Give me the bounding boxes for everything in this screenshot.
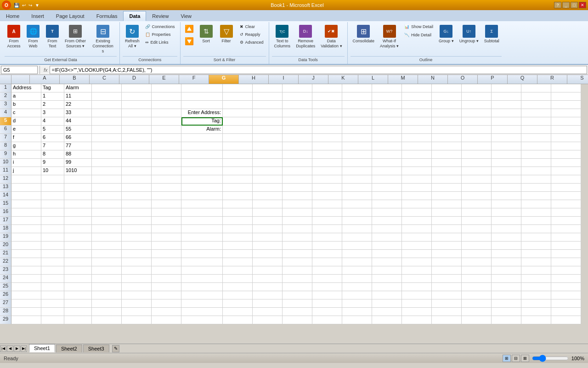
cell-S5[interactable] xyxy=(551,117,581,126)
cell-B5[interactable]: 4 xyxy=(41,117,64,126)
cell-D4[interactable] xyxy=(92,109,122,117)
cell-S20[interactable] xyxy=(551,242,581,250)
cell-O21[interactable] xyxy=(432,250,462,258)
cell-D27[interactable] xyxy=(92,299,122,308)
cell-M19[interactable] xyxy=(372,233,402,242)
row-header-14[interactable]: 14 xyxy=(0,192,11,200)
cell-A27[interactable] xyxy=(11,299,41,308)
row-header-2[interactable]: 2 xyxy=(0,92,11,101)
cell-E24[interactable] xyxy=(122,275,152,283)
cell-N2[interactable] xyxy=(402,92,432,101)
cell-L27[interactable] xyxy=(342,299,372,308)
cell-R26[interactable] xyxy=(521,291,551,299)
cell-K21[interactable] xyxy=(312,250,342,258)
cell-R22[interactable] xyxy=(521,258,551,266)
cell-F6[interactable] xyxy=(152,126,181,134)
cell-M24[interactable] xyxy=(372,275,402,283)
col-header-M[interactable]: M xyxy=(388,75,418,84)
cell-B24[interactable] xyxy=(41,275,64,283)
next-sheet-button[interactable]: ▶ xyxy=(14,345,20,352)
cell-L14[interactable] xyxy=(342,192,372,200)
cell-C26[interactable] xyxy=(64,291,92,299)
cell-E4[interactable] xyxy=(122,109,152,117)
row-header-21[interactable]: 21 xyxy=(0,250,11,258)
cell-R3[interactable] xyxy=(521,101,551,109)
cell-A1[interactable]: Address xyxy=(11,84,41,92)
cell-L2[interactable] xyxy=(342,92,372,101)
cell-M5[interactable] xyxy=(372,117,402,126)
cell-A23[interactable] xyxy=(11,266,41,275)
cell-K4[interactable] xyxy=(312,109,342,117)
cell-H12[interactable] xyxy=(223,175,253,184)
cell-P9[interactable] xyxy=(462,150,492,159)
cell-A5[interactable]: d xyxy=(11,117,41,126)
cell-M26[interactable] xyxy=(372,291,402,299)
cell-J2[interactable] xyxy=(283,92,312,101)
cell-S14[interactable] xyxy=(551,192,581,200)
tab-insert[interactable]: Insert xyxy=(25,11,50,21)
cell-L10[interactable] xyxy=(342,159,372,167)
minimize-button[interactable]: _ xyxy=(562,2,570,8)
cell-L22[interactable] xyxy=(342,258,372,266)
cell-B9[interactable]: 8 xyxy=(41,150,64,159)
cell-D11[interactable] xyxy=(92,167,122,175)
cell-D25[interactable] xyxy=(92,283,122,291)
cell-P8[interactable] xyxy=(462,142,492,150)
cell-O23[interactable] xyxy=(432,266,462,275)
cell-H17[interactable] xyxy=(223,217,253,225)
cell-J15[interactable] xyxy=(283,200,312,208)
cell-A3[interactable]: b xyxy=(11,101,41,109)
cell-E14[interactable] xyxy=(122,192,152,200)
cell-H3[interactable] xyxy=(223,101,253,109)
cell-E13[interactable] xyxy=(122,184,152,192)
cell-M6[interactable] xyxy=(372,126,402,134)
cell-A4[interactable]: c xyxy=(11,109,41,117)
cell-F4[interactable] xyxy=(152,109,181,117)
cell-K8[interactable] xyxy=(312,142,342,150)
text-to-columns-button[interactable]: T|C Text toColumns xyxy=(272,23,293,51)
cell-R2[interactable] xyxy=(521,92,551,101)
cell-A10[interactable]: i xyxy=(11,159,41,167)
cell-L26[interactable] xyxy=(342,291,372,299)
cell-Q3[interactable] xyxy=(492,101,521,109)
cell-B7[interactable]: 6 xyxy=(41,134,64,142)
cell-O11[interactable] xyxy=(432,167,462,175)
ungroup-button[interactable]: U↑ Ungroup ▾ xyxy=(457,23,481,46)
cell-P26[interactable] xyxy=(462,291,492,299)
cell-A20[interactable] xyxy=(11,242,41,250)
cell-S6[interactable] xyxy=(551,126,581,134)
cell-S18[interactable] xyxy=(551,225,581,233)
cell-L4[interactable] xyxy=(342,109,372,117)
cell-E2[interactable] xyxy=(122,92,152,101)
cell-Q25[interactable] xyxy=(492,283,521,291)
cell-K24[interactable] xyxy=(312,275,342,283)
cell-H2[interactable] xyxy=(223,92,253,101)
cell-M7[interactable] xyxy=(372,134,402,142)
cell-R5[interactable] xyxy=(521,117,551,126)
cell-E29[interactable] xyxy=(122,316,152,324)
cell-N17[interactable] xyxy=(402,217,432,225)
cell-Q28[interactable] xyxy=(492,308,521,316)
cell-D23[interactable] xyxy=(92,266,122,275)
cell-G7[interactable] xyxy=(181,134,223,142)
cell-K26[interactable] xyxy=(312,291,342,299)
show-detail-button[interactable]: 📊 Show Detail xyxy=(402,23,435,30)
cell-R29[interactable] xyxy=(521,316,551,324)
cell-N6[interactable] xyxy=(402,126,432,134)
cell-L17[interactable] xyxy=(342,217,372,225)
cell-M25[interactable] xyxy=(372,283,402,291)
cell-Q27[interactable] xyxy=(492,299,521,308)
cell-I24[interactable] xyxy=(253,275,283,283)
cell-R18[interactable] xyxy=(521,225,551,233)
cell-K1[interactable] xyxy=(312,84,342,92)
cell-B3[interactable]: 2 xyxy=(41,101,64,109)
cell-K17[interactable] xyxy=(312,217,342,225)
cell-I22[interactable] xyxy=(253,258,283,266)
cell-J10[interactable] xyxy=(283,159,312,167)
cell-K28[interactable] xyxy=(312,308,342,316)
cell-G4[interactable]: Enter Address: xyxy=(181,109,223,117)
cell-G2[interactable] xyxy=(181,92,223,101)
restore-button[interactable]: □ xyxy=(571,2,578,8)
cell-L11[interactable] xyxy=(342,167,372,175)
sort-button[interactable]: ⇅ Sort xyxy=(197,23,215,46)
